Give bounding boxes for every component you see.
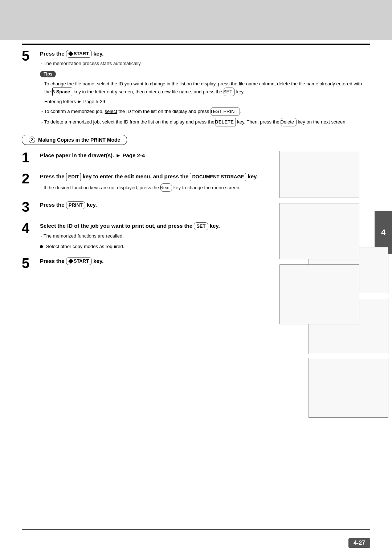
- step-4-number: 4: [22, 221, 40, 252]
- next-key: Next: [160, 183, 172, 192]
- step-5-top-label: Press the: [40, 50, 65, 57]
- step-4-sub-1: - The memorized functions are recalled.: [41, 232, 272, 240]
- screen-step-4-5: [279, 264, 359, 324]
- delete-key-rounded: Delete: [281, 118, 297, 126]
- tips-section: Tips - To change the file name, select t…: [40, 71, 363, 127]
- screen-step-2: [279, 151, 359, 198]
- bullet-icon: [40, 245, 43, 248]
- bottom-separator-line: [22, 529, 370, 530]
- step-5-top-number: 5: [22, 49, 40, 128]
- main-content: 5 Press the START key. - The memorizatio…: [22, 49, 363, 524]
- two-column-layout: 1 Place paper in the drawer(s). ► Page 2…: [22, 151, 363, 324]
- step-4-bullet: Select other copy modes as required.: [40, 243, 272, 249]
- delete-key-box: DELETE: [216, 118, 236, 126]
- step-4-main: Select the ID of the job you want to pri…: [40, 222, 272, 230]
- step-5-top-block: 5 Press the START key. - The memorizatio…: [22, 49, 363, 128]
- step-3-content: Press the PRINT key.: [40, 200, 272, 214]
- step-2-sub: - If the desired function keys are not d…: [40, 183, 272, 192]
- step-5-bottom-number: 5: [22, 256, 40, 270]
- step-3-number: 3: [22, 200, 40, 214]
- step-5-top-content: Press the START key. - The memorization …: [40, 49, 363, 128]
- set-key-step4: SET: [194, 222, 208, 230]
- step-5-top-suffix: key.: [93, 50, 103, 57]
- step-4-sub: - The memorized functions are recalled.: [40, 232, 272, 240]
- screen-step-3: [279, 203, 359, 259]
- right-screenshots: [279, 151, 363, 324]
- edit-key: EDIT: [66, 173, 81, 181]
- tips-badge: Tips: [40, 71, 56, 77]
- step-2-main: Press the EDIT key to enter the edit men…: [40, 173, 272, 181]
- tips-item-4: - To delete a memorized job, select the …: [41, 118, 363, 126]
- step-5-bottom-main: Press the START key.: [40, 257, 272, 265]
- step-2-block: 2 Press the EDIT key to enter the edit m…: [22, 172, 272, 193]
- step-5-top-sub-text: - The memorization process starts automa…: [41, 60, 363, 67]
- step-2-number: 2: [22, 172, 40, 193]
- chapter-number: 4: [381, 228, 385, 237]
- section-circle-num: 2: [29, 137, 35, 143]
- step-5-top-sub: - The memorization process starts automa…: [40, 60, 363, 67]
- tips-content: - To change the file name, select the ID…: [40, 80, 363, 127]
- top-separator-line: [22, 44, 370, 45]
- step-5-top-main: Press the START key.: [40, 50, 363, 58]
- step-4-block: 4 Select the ID of the job you want to p…: [22, 221, 272, 252]
- document-storage-key: DOCUMENT STORAGE: [190, 173, 246, 181]
- step-3-main: Press the PRINT key.: [40, 201, 272, 209]
- tips-item-1: - To change the file name, select the ID…: [41, 80, 363, 96]
- section-banner-text: Making Copies in the PRINT Mode: [38, 137, 120, 143]
- step-2-sub-text: - If the desired function keys are not d…: [41, 183, 272, 192]
- diamond-icon-top: [68, 51, 73, 56]
- top-banner: [0, 0, 392, 40]
- step-4-content: Select the ID of the job you want to pri…: [40, 221, 272, 252]
- step-1-number: 1: [22, 151, 40, 165]
- start-key-bottom: START: [66, 257, 92, 265]
- page-number: 4-27: [348, 538, 370, 548]
- step-1-content: Place paper in the drawer(s). ► Page 2-4: [40, 151, 272, 165]
- step-3-block: 3 Press the PRINT key.: [22, 200, 272, 214]
- section-banner: 2 Making Copies in the PRINT Mode: [22, 135, 127, 145]
- step-5-bottom-block: 5 Press the START key.: [22, 256, 272, 270]
- start-key-top: START: [66, 50, 92, 58]
- diamond-icon-bottom: [68, 259, 73, 264]
- tips-item-3: - To confirm a memorized job, select the…: [41, 107, 363, 116]
- tips-item-2: - Entering letters ► Page 5-29: [41, 98, 363, 105]
- step-4-sub-2: Select other copy modes as required.: [46, 244, 124, 249]
- step-2-content: Press the EDIT key to enter the edit men…: [40, 172, 272, 193]
- left-column: 1 Place paper in the drawer(s). ► Page 2…: [22, 151, 272, 324]
- test-print-key: TEST PRINT: [211, 107, 240, 116]
- step-5-bottom-content: Press the START key.: [40, 256, 272, 270]
- bspace-key: B Space: [52, 88, 72, 96]
- print-key: PRINT: [66, 201, 85, 209]
- step-1-block: 1 Place paper in the drawer(s). ► Page 2…: [22, 151, 272, 165]
- step-1-main: Place paper in the drawer(s). ► Page 2-4: [40, 151, 272, 159]
- set-key-tips: SET: [224, 88, 235, 96]
